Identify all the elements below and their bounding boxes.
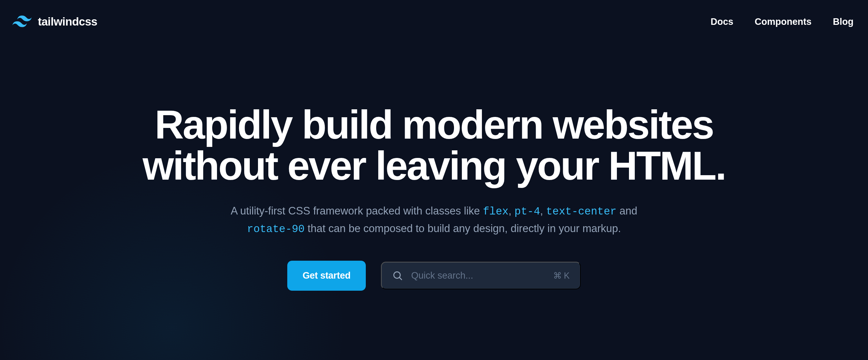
hero-title-line-1: Rapidly build modern websites <box>155 102 713 147</box>
brand-logo[interactable]: tailwindcss <box>12 15 97 28</box>
hero-section: Rapidly build modern websites without ev… <box>0 43 868 291</box>
search-placeholder: Quick search... <box>411 270 553 281</box>
search-shortcut: ⌘ K <box>553 271 570 281</box>
code-class-pt4: pt-4 <box>515 206 540 218</box>
code-class-flex: flex <box>483 206 508 218</box>
brand-name: tailwindcss <box>38 15 97 28</box>
subtitle-sep-1: , <box>508 205 514 217</box>
hero-subtitle: A utility-first CSS framework packed wit… <box>176 202 692 238</box>
hero-heading: Rapidly build modern websites without ev… <box>0 104 868 187</box>
hero-title-line-2: without ever leaving your HTML. <box>143 143 725 188</box>
code-class-rotate90: rotate-90 <box>247 223 304 235</box>
subtitle-pre: A utility-first CSS framework packed wit… <box>231 205 483 217</box>
primary-nav: Docs Components Blog <box>711 17 854 27</box>
nav-link-blog[interactable]: Blog <box>833 17 854 27</box>
svg-line-1 <box>400 278 402 280</box>
search-icon <box>392 270 403 281</box>
site-header: tailwindcss Docs Components Blog <box>0 0 868 43</box>
hero-actions: Get started Quick search... ⌘ K <box>0 261 868 291</box>
get-started-button[interactable]: Get started <box>287 261 365 291</box>
subtitle-and: and <box>617 205 637 217</box>
nav-link-components[interactable]: Components <box>755 17 812 27</box>
nav-link-docs[interactable]: Docs <box>711 17 733 27</box>
subtitle-post: that can be composed to build any design… <box>304 222 621 234</box>
code-class-textcenter: text-center <box>546 206 617 218</box>
shortcut-cmd-icon: ⌘ <box>553 271 562 281</box>
quick-search-button[interactable]: Quick search... ⌘ K <box>381 262 581 289</box>
tailwind-logo-icon <box>12 16 32 28</box>
subtitle-sep-2: , <box>540 205 546 217</box>
shortcut-key: K <box>564 271 570 281</box>
